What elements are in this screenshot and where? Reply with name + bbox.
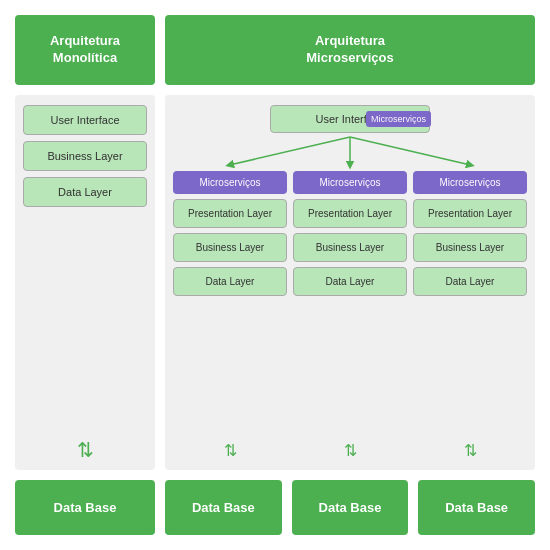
db-micro-2: Data Base bbox=[292, 480, 409, 535]
svg-line-2 bbox=[350, 137, 470, 165]
service-col-1: Microserviços Presentation Layer Busines… bbox=[173, 171, 287, 460]
main-container: Arquitetura Monolítica Arquitetura Micro… bbox=[0, 0, 550, 550]
business-box-1: Business Layer bbox=[173, 233, 287, 262]
db-mono: Data Base bbox=[15, 480, 155, 535]
middle-row: User Interface Business Layer Data Layer… bbox=[15, 95, 535, 470]
micro-box-1: Microserviços bbox=[173, 171, 287, 194]
svg-line-0 bbox=[230, 137, 350, 165]
mono-business-box: Business Layer bbox=[23, 141, 147, 171]
service-arrow-1: ⇅ bbox=[224, 441, 237, 460]
header-row: Arquitetura Monolítica Arquitetura Micro… bbox=[15, 15, 535, 85]
data-box-3: Data Layer bbox=[413, 267, 527, 296]
micro-ui-box: User Interface Microserviços bbox=[270, 105, 430, 133]
micro-box-3: Microserviços bbox=[413, 171, 527, 194]
db-micro-3: Data Base bbox=[418, 480, 535, 535]
micro-label-topright: Microserviços bbox=[366, 111, 431, 127]
presentation-box-3: Presentation Layer bbox=[413, 199, 527, 228]
service-arrow-3: ⇅ bbox=[464, 441, 477, 460]
mono-header: Arquitetura Monolítica bbox=[15, 15, 155, 85]
micro-title: Arquitetura Microserviços bbox=[306, 33, 393, 67]
data-box-1: Data Layer bbox=[173, 267, 287, 296]
data-box-2: Data Layer bbox=[293, 267, 407, 296]
presentation-box-2: Presentation Layer bbox=[293, 199, 407, 228]
micro-header: Arquitetura Microserviços bbox=[165, 15, 535, 85]
db-micro-1: Data Base bbox=[165, 480, 282, 535]
business-box-2: Business Layer bbox=[293, 233, 407, 262]
mono-column: User Interface Business Layer Data Layer… bbox=[15, 95, 155, 470]
presentation-box-1: Presentation Layer bbox=[173, 199, 287, 228]
business-box-3: Business Layer bbox=[413, 233, 527, 262]
mono-arrow: ⇅ bbox=[77, 440, 94, 460]
micro-column: User Interface Microserviços bbox=[165, 95, 535, 470]
mono-title: Arquitetura Monolítica bbox=[50, 33, 120, 67]
three-services: Microserviços Presentation Layer Busines… bbox=[173, 171, 527, 460]
micro-box-2: Microserviços bbox=[293, 171, 407, 194]
mono-ui-box: User Interface bbox=[23, 105, 147, 135]
service-col-3: Microserviços Presentation Layer Busines… bbox=[413, 171, 527, 460]
service-col-2: Microserviços Presentation Layer Busines… bbox=[293, 171, 407, 460]
mono-data-box: Data Layer bbox=[23, 177, 147, 207]
bottom-row: Data Base Data Base Data Base Data Base bbox=[15, 480, 535, 535]
service-arrow-2: ⇅ bbox=[344, 441, 357, 460]
